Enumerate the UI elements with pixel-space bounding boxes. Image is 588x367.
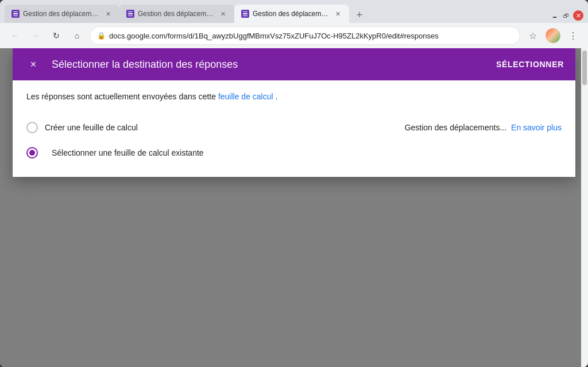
tab-3-close[interactable]: ✕ (333, 9, 342, 18)
learn-more-link[interactable]: En savoir plus (511, 123, 562, 132)
browser-content: × Sélectionner la destination des répons… (0, 48, 588, 367)
tab-2-favicon (126, 10, 134, 18)
radio-select-existing[interactable] (26, 147, 38, 159)
tab-1-favicon (11, 10, 20, 18)
tab-3[interactable]: Gestion des déplacements ✕ (234, 5, 349, 23)
tab-1-close[interactable]: ✕ (103, 9, 113, 18)
dialog-close-button[interactable]: × (24, 55, 42, 74)
radio-create-new[interactable] (26, 122, 38, 133)
tab-1[interactable]: Gestion des déplacements - C ✕ (5, 5, 119, 23)
option-select-existing[interactable]: Sélectionner une feuille de calcul exist… (26, 140, 562, 165)
scrollbar-thumb[interactable] (582, 51, 587, 85)
menu-button[interactable]: ⋮ (565, 28, 581, 44)
address-text: docs.google.com/forms/d/1Bq_awyzbUggfMBm… (109, 32, 513, 40)
browser-chrome: Gestion des déplacements - C ✕ Gestion d… (0, 0, 588, 48)
close-icon: × (30, 59, 37, 71)
address-bar[interactable]: 🔒 docs.google.com/forms/d/1Bq_awyzbUggfM… (90, 26, 520, 45)
scrollbar[interactable] (581, 48, 588, 367)
minimize-button[interactable]: 🗕 (550, 11, 559, 20)
window-controls: 🗕 🗗 ✕ (550, 10, 583, 23)
dialog-title: Sélectionner la destination des réponses (52, 59, 487, 71)
close-window-button[interactable]: ✕ (573, 10, 583, 21)
dialog-description: Les réponses sont actuellement envoyées … (26, 92, 562, 101)
radio-inner (29, 150, 35, 156)
tab-3-label: Gestion des déplacements (253, 10, 330, 18)
description-suffix: . (276, 92, 278, 101)
tab-2-close[interactable]: ✕ (218, 9, 227, 18)
address-bar-area: ← → ↻ ⌂ 🔒 docs.google.com/forms/d/1Bq_aw… (0, 23, 588, 48)
dialog-select-button[interactable]: SÉLECTIONNER (496, 60, 564, 69)
avatar-circle (546, 28, 560, 43)
profile-avatar[interactable] (546, 28, 560, 43)
home-button[interactable]: ⌂ (69, 28, 85, 44)
option-create-new-label: Créer une feuille de calcul (45, 123, 138, 132)
spreadsheet-name: Gestion des déplacements... (405, 123, 506, 132)
option-select-existing-label: Sélectionner une feuille de calcul exist… (52, 148, 204, 157)
option-create-new[interactable]: Créer une feuille de calcul Gestion des … (26, 115, 562, 140)
forward-button[interactable]: → (28, 28, 44, 44)
dialog-header: × Sélectionner la destination des répons… (13, 48, 575, 80)
dialog: × Sélectionner la destination des répons… (13, 48, 575, 177)
back-button[interactable]: ← (7, 28, 23, 44)
secure-icon: 🔒 (97, 32, 106, 40)
tab-3-favicon (241, 10, 249, 18)
tab-2[interactable]: Gestion des déplacements - C ✕ (119, 5, 234, 23)
dialog-overlay: × Sélectionner la destination des répons… (0, 48, 588, 367)
option-create-new-right: Gestion des déplacements... En savoir pl… (405, 123, 562, 132)
reload-button[interactable]: ↻ (48, 28, 64, 44)
description-prefix: Les réponses sont actuellement envoyées … (26, 92, 218, 101)
spreadsheet-link[interactable]: feuille de calcul (218, 92, 273, 101)
maximize-button[interactable]: 🗗 (562, 11, 571, 20)
tab-1-label: Gestion des déplacements - C (23, 10, 100, 18)
tab-2-label: Gestion des déplacements - C (138, 10, 215, 18)
bookmark-button[interactable]: ☆ (525, 28, 541, 44)
option-create-new-row: Créer une feuille de calcul Gestion des … (26, 122, 562, 133)
tab-bar: Gestion des déplacements - C ✕ Gestion d… (0, 0, 588, 23)
dialog-body: Les réponses sont actuellement envoyées … (13, 80, 575, 177)
new-tab-button[interactable]: + (351, 7, 368, 23)
